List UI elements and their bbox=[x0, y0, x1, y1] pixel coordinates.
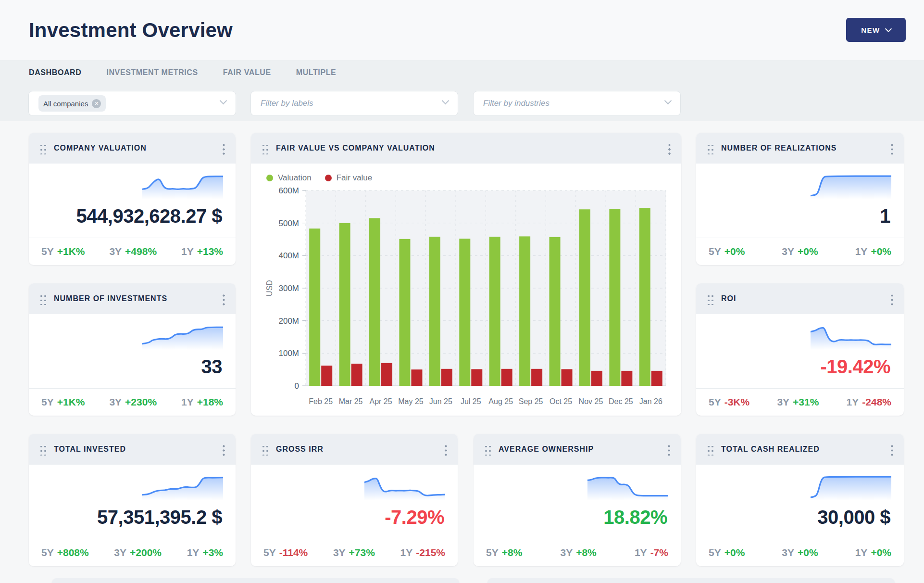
filter-placeholder: Filter by labels bbox=[261, 99, 313, 108]
metric-value: 1 bbox=[880, 205, 890, 227]
svg-text:400M: 400M bbox=[278, 251, 299, 260]
more-options-icon[interactable] bbox=[223, 292, 225, 305]
drag-handle-icon[interactable] bbox=[707, 142, 713, 154]
period-label: 5Y bbox=[709, 396, 721, 407]
svg-text:Feb 25: Feb 25 bbox=[309, 397, 333, 406]
metric-value: 57,351,395.2 $ bbox=[97, 507, 222, 528]
fair-value-valuation-bar-chart: 600M500M400M300M200M100M0Feb 25Mar 25Apr… bbox=[262, 186, 670, 412]
legend-label: Fair value bbox=[337, 173, 373, 183]
more-options-icon[interactable] bbox=[445, 443, 447, 456]
drag-handle-icon[interactable] bbox=[262, 142, 268, 154]
card-number-of-investments: NUMBER OF INVESTMENTS 33 5Y+1K% 3Y+230% … bbox=[29, 283, 236, 416]
period-change: +200% bbox=[130, 547, 162, 558]
card-number-of-realizations: NUMBER OF REALIZATIONS 1 5Y+0% 3Y+0% 1Y+… bbox=[696, 133, 904, 265]
drag-handle-icon[interactable] bbox=[484, 444, 491, 456]
period-change: -248% bbox=[862, 396, 891, 407]
drag-handle-icon[interactable] bbox=[39, 293, 46, 305]
tab-bar: DASHBOARD INVESTMENT METRICS FAIR VALUE … bbox=[29, 60, 336, 85]
period-change: +808% bbox=[57, 547, 89, 558]
period-change: +1K% bbox=[57, 396, 85, 407]
tab-fair-value[interactable]: FAIR VALUE bbox=[223, 68, 271, 77]
card-total-cash-realized: TOTAL CASH REALIZED 30,000 $ 5Y+0% 3Y+0%… bbox=[696, 434, 904, 566]
drag-handle-icon[interactable] bbox=[707, 444, 713, 456]
tab-investment-metrics[interactable]: INVESTMENT METRICS bbox=[106, 68, 198, 77]
card-company-valuation: COMPANY VALUATION 544,932,628.27 $ 5Y+1K… bbox=[29, 133, 236, 265]
period-change: -215% bbox=[416, 547, 445, 558]
card-stats: 5Y+808% 3Y+200% 1Y+3% bbox=[29, 539, 236, 566]
period-change: +0% bbox=[871, 246, 891, 257]
drag-handle-icon[interactable] bbox=[39, 444, 46, 456]
period-label: 1Y bbox=[847, 396, 859, 407]
legend-item-fair-value[interactable]: Fair value bbox=[325, 173, 373, 183]
svg-text:Apr 25: Apr 25 bbox=[369, 397, 392, 406]
period-change: +31% bbox=[793, 396, 819, 407]
legend-item-valuation[interactable]: Valuation bbox=[266, 173, 312, 183]
card-roi: ROI -19.42% 5Y-3K% 3Y+31% 1Y-248% bbox=[696, 283, 904, 416]
period-label: 3Y bbox=[333, 547, 346, 558]
more-options-icon[interactable] bbox=[891, 443, 893, 456]
new-button[interactable]: NEW bbox=[846, 18, 906, 42]
more-options-icon[interactable] bbox=[668, 443, 670, 456]
more-options-icon[interactable] bbox=[668, 142, 671, 155]
card-stats: 5Y-114% 3Y+73% 1Y-215% bbox=[251, 539, 458, 566]
fair-value-series-dot bbox=[325, 175, 332, 181]
sparkline bbox=[142, 172, 223, 200]
period-label: 3Y bbox=[782, 246, 794, 257]
period-label: 3Y bbox=[114, 547, 126, 558]
card-stats: 5Y+8% 3Y+8% 1Y-7% bbox=[474, 539, 681, 566]
tab-dashboard[interactable]: DASHBOARD bbox=[29, 68, 81, 77]
card-header: NUMBER OF INVESTMENTS bbox=[29, 283, 236, 314]
period-label: 1Y bbox=[181, 246, 194, 257]
more-options-icon[interactable] bbox=[891, 292, 893, 305]
page-header: Investment Overview NEW bbox=[0, 0, 924, 60]
sparkline bbox=[142, 473, 223, 501]
card-header: GROSS IRR bbox=[251, 434, 458, 465]
tab-multiple[interactable]: MULTIPLE bbox=[296, 68, 337, 77]
chevron-down-icon bbox=[442, 97, 450, 105]
period-change: -7% bbox=[650, 547, 668, 558]
metric-value: -7.29% bbox=[385, 507, 444, 528]
card-header: AVERAGE OWNERSHIP bbox=[474, 434, 681, 465]
more-options-icon[interactable] bbox=[223, 443, 225, 456]
drag-handle-icon[interactable] bbox=[39, 142, 46, 154]
card-body: Valuation Fair value 600M500M400M300M200… bbox=[251, 164, 681, 416]
svg-text:200M: 200M bbox=[278, 317, 299, 326]
svg-text:Aug 25: Aug 25 bbox=[488, 397, 513, 406]
period-change: +73% bbox=[349, 547, 375, 558]
more-options-icon[interactable] bbox=[891, 142, 893, 155]
companies-filter-select[interactable]: All companies ✕ bbox=[29, 91, 236, 115]
period-change: +0% bbox=[871, 547, 891, 558]
period-change: +18% bbox=[197, 396, 223, 407]
card-title: AVERAGE OWNERSHIP bbox=[499, 445, 668, 454]
period-label: 1Y bbox=[855, 246, 868, 257]
svg-text:Nov 25: Nov 25 bbox=[579, 397, 603, 406]
new-button-label: NEW bbox=[861, 26, 880, 34]
period-change: +0% bbox=[724, 547, 745, 558]
industries-filter-select[interactable]: Filter by industries bbox=[474, 91, 680, 115]
drag-handle-icon[interactable] bbox=[262, 444, 268, 456]
chip-remove-icon[interactable]: ✕ bbox=[92, 99, 101, 108]
svg-text:Mar 25: Mar 25 bbox=[339, 397, 363, 406]
period-label: 5Y bbox=[709, 246, 721, 257]
sparkline bbox=[364, 473, 445, 501]
card-header: TOTAL INVESTED bbox=[29, 434, 236, 465]
chart-legend: Valuation Fair value bbox=[251, 164, 681, 186]
card-body: 30,000 $ bbox=[696, 465, 904, 539]
card-body: 33 bbox=[29, 314, 236, 388]
metric-value: 30,000 $ bbox=[817, 507, 890, 528]
period-change: +230% bbox=[125, 396, 157, 407]
drag-handle-icon[interactable] bbox=[707, 293, 713, 305]
metric-value: 18.82% bbox=[603, 507, 667, 528]
labels-filter-select[interactable]: Filter by labels bbox=[251, 91, 458, 115]
sparkline bbox=[811, 323, 891, 351]
card-body: 18.82% bbox=[474, 465, 681, 539]
period-label: 1Y bbox=[181, 396, 194, 407]
svg-text:Oct 25: Oct 25 bbox=[549, 397, 572, 406]
card-body: 57,351,395.2 $ bbox=[29, 465, 236, 539]
more-options-icon[interactable] bbox=[223, 142, 225, 155]
card-header: TOTAL CASH REALIZED bbox=[696, 434, 904, 465]
card-body: 544,932,628.27 $ bbox=[29, 164, 236, 238]
company-filter-chip[interactable]: All companies ✕ bbox=[38, 95, 106, 112]
card-title: NUMBER OF REALIZATIONS bbox=[721, 144, 891, 152]
card-body: 1 bbox=[696, 164, 904, 238]
